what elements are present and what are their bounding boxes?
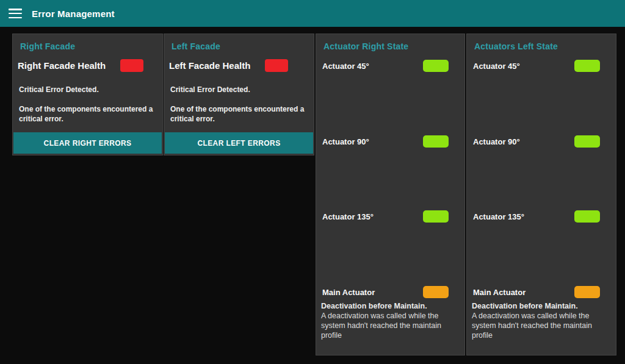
clear-right-errors-button[interactable]: CLEAR RIGHT ERRORS <box>13 132 162 154</box>
actuator-status-indicator <box>423 60 449 72</box>
hamburger-menu-icon[interactable] <box>9 9 22 18</box>
error-title: Critical Error Detected. <box>13 72 162 94</box>
clear-left-errors-button[interactable]: CLEAR LEFT ERRORS <box>165 132 313 154</box>
health-label: Right Facade Health <box>18 60 106 71</box>
right-facade-panel: Right Facade Right Facade Health Critica… <box>12 34 163 155</box>
actuator-row: Main Actuator <box>473 285 600 299</box>
actuator-row: Actuator 90° <box>473 134 600 149</box>
warning-detail: A deactivation was called while the syst… <box>321 311 461 340</box>
panel-title: Actuators Left State <box>467 34 616 51</box>
panel-title: Right Facade <box>13 34 162 51</box>
error-detail: One of the components encountered a crit… <box>13 94 162 124</box>
health-status-row: Left Facade Health <box>164 51 314 72</box>
actuator-label: Actuator 90° <box>322 137 369 146</box>
error-detail: One of the components encountered a crit… <box>164 94 314 124</box>
actuator-label: Actuator 135° <box>322 212 374 221</box>
actuator-status-indicator <box>423 135 449 148</box>
actuator-warning: Deactivation before Maintain. A deactiva… <box>472 301 612 340</box>
actuator-row: Main Actuator <box>322 285 449 299</box>
actuator-label: Actuator 135° <box>473 212 524 221</box>
actuator-status-indicator <box>574 210 600 223</box>
actuator-status-indicator <box>423 286 449 298</box>
actuator-status-indicator <box>574 286 600 298</box>
health-status-indicator <box>265 59 288 72</box>
warning-detail: A deactivation was called while the syst… <box>472 311 612 340</box>
actuator-label: Main Actuator <box>322 288 375 297</box>
app-bar: Error Management <box>0 0 625 27</box>
actuator-label: Actuator 90° <box>473 137 520 146</box>
actuator-label: Actuator 45° <box>322 62 369 71</box>
actuator-status-indicator <box>574 135 600 148</box>
left-facade-panel: Left Facade Left Facade Health Critical … <box>164 34 314 155</box>
health-status-row: Right Facade Health <box>13 51 162 72</box>
actuator-row: Actuator 45° <box>322 59 449 73</box>
actuators-left-state-panel: Actuators Left State Actuator 45° Actuat… <box>466 34 616 355</box>
health-label: Left Facade Health <box>169 60 250 71</box>
actuator-row: Actuator 45° <box>473 59 600 73</box>
actuator-right-state-panel: Actuator Right State Actuator 45° Actuat… <box>316 34 465 355</box>
panel-title: Left Facade <box>164 34 314 51</box>
actuator-warning: Deactivation before Maintain. A deactiva… <box>321 301 461 340</box>
page-title: Error Management <box>32 9 115 19</box>
actuator-status-indicator <box>574 60 600 72</box>
panel-title: Actuator Right State <box>316 34 464 51</box>
health-status-indicator <box>120 59 143 72</box>
warning-title: Deactivation before Maintain. <box>321 301 461 311</box>
actuator-row: Actuator 135° <box>473 209 600 224</box>
actuator-label: Main Actuator <box>473 288 526 297</box>
actuator-label: Actuator 45° <box>473 62 520 71</box>
warning-title: Deactivation before Maintain. <box>472 301 612 311</box>
error-title: Critical Error Detected. <box>164 72 314 94</box>
actuator-status-indicator <box>423 210 449 223</box>
actuator-row: Actuator 135° <box>322 209 449 224</box>
actuator-row: Actuator 90° <box>322 134 449 149</box>
